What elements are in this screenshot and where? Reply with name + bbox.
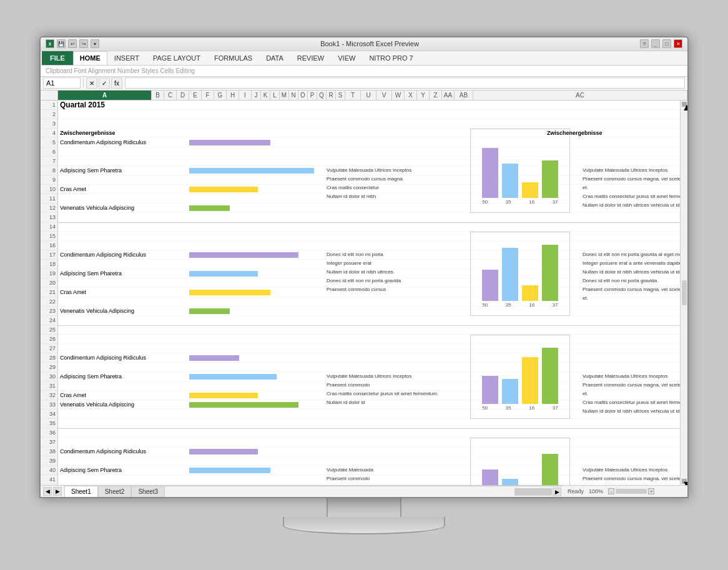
cell-a4[interactable]: Zwischenergebnisse: [58, 129, 183, 138]
zoom-out-btn[interactable]: -: [608, 488, 614, 494]
cell-a28[interactable]: Condimentum Adipiscing Ridiculus: [58, 353, 183, 363]
col-aa[interactable]: AA: [442, 91, 455, 100]
bar-blue-4: [189, 468, 270, 473]
cell-a5[interactable]: Condimentum Adipiscing Ridiculus: [58, 138, 183, 147]
cell-a12[interactable]: Venenatis Vehicula Adipiscing: [58, 204, 183, 213]
tab-page-layout[interactable]: PAGE LAYOUT: [146, 51, 207, 65]
cell-a1[interactable]: Quartal 2015: [58, 101, 183, 110]
scroll-up-btn[interactable]: ▲: [682, 102, 687, 107]
prev-sheet-btn[interactable]: ◀: [43, 487, 52, 496]
quick-access-save[interactable]: 💾: [57, 39, 66, 48]
col-v[interactable]: V: [376, 91, 392, 100]
next-sheet-btn[interactable]: ▶: [53, 487, 62, 496]
spreadsheet: A B C D E F G H I J K L M N O P Q R S T: [41, 91, 687, 498]
col-z[interactable]: Z: [430, 91, 442, 100]
col-ac[interactable]: AC: [473, 91, 687, 100]
rownum-35: 35: [41, 419, 57, 428]
rownum-37: 37: [41, 438, 57, 447]
col-e[interactable]: E: [189, 91, 202, 100]
chart-bar-yellow-3: [522, 357, 538, 404]
col-n[interactable]: N: [289, 91, 298, 100]
col-r[interactable]: R: [327, 91, 336, 100]
tab-view[interactable]: VIEW: [331, 51, 362, 65]
zoom-in-btn[interactable]: +: [648, 488, 654, 494]
rownum-21: 21: [41, 288, 57, 297]
cell-a40[interactable]: Adipiscing Sem Pharetra: [58, 466, 183, 475]
tab-data[interactable]: DATA: [259, 51, 290, 65]
rownum-29: 29: [41, 363, 57, 372]
lorem-group1-left: Vulputate Malesuada Ultrices Inceptos Pr…: [327, 166, 476, 201]
tab-insert[interactable]: INSERT: [107, 51, 146, 65]
col-q[interactable]: Q: [317, 91, 327, 100]
sheet-tab-3[interactable]: Sheet3: [131, 486, 165, 497]
formula-bar: ✕ ✓ fx: [41, 77, 687, 91]
chart-bar-green-2: [542, 245, 558, 301]
cell-a38[interactable]: Condimentum Adipiscing Ridiculus: [58, 447, 183, 456]
horizontal-scrollbar[interactable]: ▶: [165, 486, 563, 498]
status-bar: Ready 100% - +: [563, 486, 687, 498]
tab-nitro[interactable]: NITRO PRO 7: [362, 51, 420, 65]
cell-a33[interactable]: Venenatis Vehicula Adipiscing: [58, 400, 183, 410]
scroll-h-thumb[interactable]: [514, 488, 552, 496]
cell-a10[interactable]: Cras Amet: [58, 185, 183, 194]
scroll-right-btn[interactable]: ▶: [553, 488, 561, 496]
tab-formulas[interactable]: FORMULAS: [207, 51, 259, 65]
name-box[interactable]: [43, 77, 81, 89]
tab-review[interactable]: REVIEW: [290, 51, 331, 65]
cell-a19[interactable]: Adipiscing Sem Pharetra: [58, 269, 183, 278]
bar-purple-2: [189, 252, 298, 258]
cell-a42[interactable]: Cras Amet: [58, 484, 183, 485]
zoom-slider[interactable]: [616, 489, 647, 494]
col-a[interactable]: A: [58, 91, 152, 100]
col-j[interactable]: J: [252, 91, 261, 100]
vertical-scrollbar[interactable]: ▲ ▼: [680, 101, 687, 485]
col-c[interactable]: C: [164, 91, 177, 100]
col-t[interactable]: T: [345, 91, 361, 100]
col-w[interactable]: W: [392, 91, 405, 100]
cell-a8[interactable]: Adipiscing Sem Pharetra: [58, 166, 183, 175]
separator-1: [58, 222, 680, 223]
col-d[interactable]: D: [177, 91, 189, 100]
help-button[interactable]: ?: [640, 39, 649, 48]
col-k[interactable]: K: [261, 91, 270, 100]
cell-a21[interactable]: Cras Amet: [58, 288, 183, 297]
rownum-8: 8: [41, 166, 57, 175]
col-b[interactable]: B: [152, 91, 164, 100]
col-h[interactable]: H: [227, 91, 239, 100]
quick-access-redo[interactable]: ↪: [79, 39, 88, 48]
cell-a23[interactable]: Venenatis Vehicula Adipiscing: [58, 307, 183, 316]
col-f[interactable]: F: [202, 91, 214, 100]
restore-button[interactable]: □: [662, 39, 671, 48]
col-ab[interactable]: AB: [455, 91, 473, 100]
col-y[interactable]: Y: [417, 91, 430, 100]
bar-blue-3: [189, 374, 277, 380]
scroll-down-btn[interactable]: ▼: [682, 479, 687, 484]
col-i[interactable]: I: [239, 91, 252, 100]
col-s[interactable]: S: [336, 91, 345, 100]
col-p[interactable]: P: [308, 91, 317, 100]
cell-a32[interactable]: Cras Amet: [58, 391, 183, 400]
lorem-group4-left: Vulputate Malesuada Praesent commodo Cra…: [327, 466, 476, 485]
col-g[interactable]: G: [214, 91, 227, 100]
rownum-3: 3: [41, 119, 57, 129]
sheet-tab-1[interactable]: Sheet1: [64, 486, 98, 497]
minimize-button[interactable]: _: [651, 39, 660, 48]
col-x[interactable]: X: [405, 91, 417, 100]
scroll-thumb[interactable]: [682, 280, 687, 305]
sheet-tab-2[interactable]: Sheet2: [98, 486, 132, 497]
enter-formula-btn[interactable]: ✓: [99, 77, 110, 89]
col-m[interactable]: M: [280, 91, 289, 100]
col-o[interactable]: O: [298, 91, 308, 100]
col-u[interactable]: U: [361, 91, 376, 100]
cell-a30[interactable]: Adipiscing Sem Pharetra: [58, 372, 183, 381]
tab-home[interactable]: HOME: [73, 51, 107, 65]
insert-function-btn[interactable]: fx: [111, 77, 122, 89]
formula-input[interactable]: [125, 77, 685, 89]
cancel-formula-btn[interactable]: ✕: [86, 77, 97, 89]
close-button[interactable]: ✕: [674, 39, 682, 48]
cell-a17[interactable]: Condimentum Adipiscing Ridiculus: [58, 250, 183, 260]
quick-access-undo[interactable]: ↩: [68, 39, 77, 48]
quick-access-more[interactable]: ▼: [91, 39, 99, 48]
tab-file[interactable]: FILE: [42, 51, 73, 65]
col-l[interactable]: L: [270, 91, 280, 100]
